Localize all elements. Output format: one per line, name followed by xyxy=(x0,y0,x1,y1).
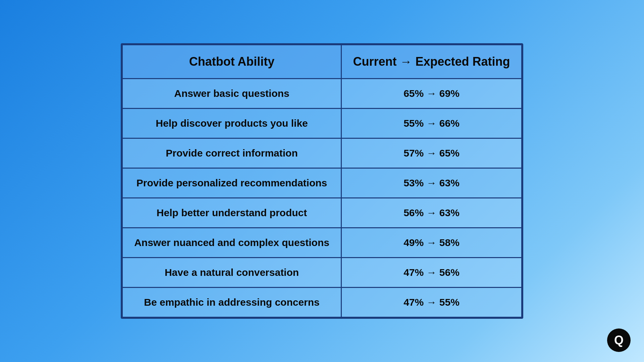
brand-logo: Q xyxy=(607,328,631,352)
table-row: Help discover products you like55% → 66% xyxy=(122,109,522,138)
ability-cell: Be empathic in addressing concerns xyxy=(122,288,341,317)
rating-cell: 65% → 69% xyxy=(341,79,522,109)
chatbot-ability-table: Chatbot Ability Current → Expected Ratin… xyxy=(122,44,522,318)
table-row: Answer nuanced and complex questions49% … xyxy=(122,228,522,258)
table-row: Answer basic questions65% → 69% xyxy=(122,79,522,109)
ability-cell: Provide correct information xyxy=(122,138,341,168)
rating-cell: 55% → 66% xyxy=(341,109,522,138)
rating-cell: 53% → 63% xyxy=(341,168,522,198)
logo-symbol: Q xyxy=(614,333,624,347)
ability-cell: Help better understand product xyxy=(122,198,341,228)
table-row: Have a natural conversation47% → 56% xyxy=(122,258,522,288)
ability-cell: Help discover products you like xyxy=(122,109,341,138)
col2-header: Current → Expected Rating xyxy=(341,45,522,79)
rating-cell: 57% → 65% xyxy=(341,138,522,168)
col1-header: Chatbot Ability xyxy=(122,45,341,79)
ability-cell: Answer nuanced and complex questions xyxy=(122,228,341,258)
table-header-row: Chatbot Ability Current → Expected Ratin… xyxy=(122,45,522,79)
ability-cell: Provide personalized recommendations xyxy=(122,168,341,198)
table-row: Be empathic in addressing concerns47% → … xyxy=(122,288,522,317)
rating-cell: 49% → 58% xyxy=(341,228,522,258)
rating-cell: 47% → 55% xyxy=(341,288,522,317)
main-table-container: Chatbot Ability Current → Expected Ratin… xyxy=(121,43,523,319)
rating-cell: 56% → 63% xyxy=(341,198,522,228)
table-row: Help better understand product56% → 63% xyxy=(122,198,522,228)
rating-cell: 47% → 56% xyxy=(341,258,522,288)
table-row: Provide personalized recommendations53% … xyxy=(122,168,522,198)
ability-cell: Answer basic questions xyxy=(122,79,341,109)
table-row: Provide correct information57% → 65% xyxy=(122,138,522,168)
ability-cell: Have a natural conversation xyxy=(122,258,341,288)
